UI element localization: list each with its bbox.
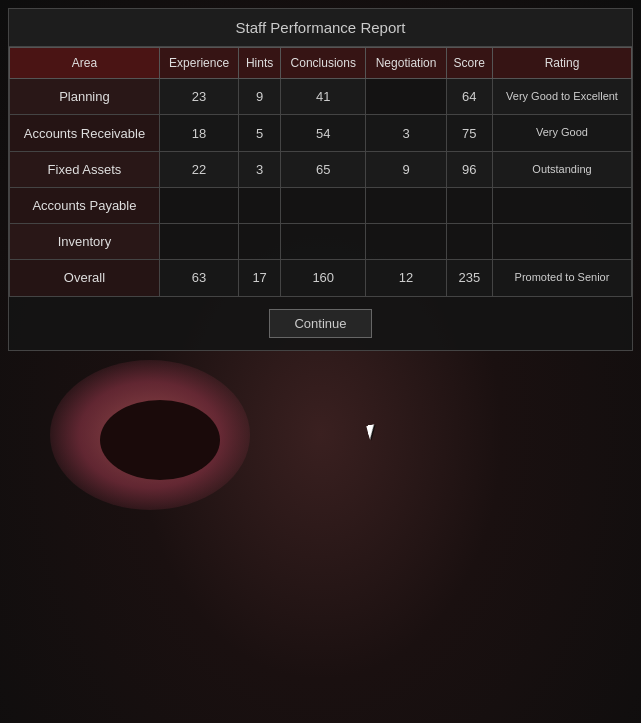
main-panel: Staff Performance Report Area Experience… <box>8 8 633 351</box>
row-rating: Outstanding <box>492 151 631 187</box>
col-header-hints: Hints <box>239 48 281 79</box>
col-header-area: Area <box>10 48 160 79</box>
row-experience <box>159 188 238 224</box>
col-header-rating: Rating <box>492 48 631 79</box>
col-header-negotiation: Negotiation <box>366 48 446 79</box>
row-experience: 18 <box>159 115 238 151</box>
row-hints: 17 <box>239 260 281 296</box>
row-experience: 23 <box>159 79 238 115</box>
row-negotiation <box>366 188 446 224</box>
table-row: Planning 23 9 41 64 Very Good to Excelle… <box>10 79 632 115</box>
row-experience: 22 <box>159 151 238 187</box>
row-area: Overall <box>10 260 160 296</box>
row-score: 75 <box>446 115 492 151</box>
table-row: Accounts Payable <box>10 188 632 224</box>
row-hints: 9 <box>239 79 281 115</box>
row-score: 96 <box>446 151 492 187</box>
row-conclusions: 54 <box>281 115 366 151</box>
row-experience <box>159 224 238 260</box>
row-negotiation: 3 <box>366 115 446 151</box>
row-negotiation: 9 <box>366 151 446 187</box>
row-experience: 63 <box>159 260 238 296</box>
performance-table: Area Experience Hints Conclusions Negoti… <box>9 47 632 297</box>
row-rating: Promoted to Senior <box>492 260 631 296</box>
table-row: Fixed Assets 22 3 65 9 96 Outstanding <box>10 151 632 187</box>
row-negotiation <box>366 79 446 115</box>
row-negotiation: 12 <box>366 260 446 296</box>
bg-blob2 <box>100 400 220 480</box>
row-conclusions: 41 <box>281 79 366 115</box>
row-rating <box>492 188 631 224</box>
table-row: Inventory <box>10 224 632 260</box>
row-rating: Very Good <box>492 115 631 151</box>
row-score: 64 <box>446 79 492 115</box>
continue-button[interactable]: Continue <box>269 309 371 338</box>
col-header-experience: Experience <box>159 48 238 79</box>
table-row: Overall 63 17 160 12 235 Promoted to Sen… <box>10 260 632 296</box>
row-area: Accounts Receivable <box>10 115 160 151</box>
row-hints: 5 <box>239 115 281 151</box>
row-conclusions <box>281 188 366 224</box>
col-header-score: Score <box>446 48 492 79</box>
row-score <box>446 188 492 224</box>
panel-title: Staff Performance Report <box>9 9 632 47</box>
row-area: Inventory <box>10 224 160 260</box>
row-hints: 3 <box>239 151 281 187</box>
row-conclusions: 65 <box>281 151 366 187</box>
col-header-conclusions: Conclusions <box>281 48 366 79</box>
row-conclusions: 160 <box>281 260 366 296</box>
row-score <box>446 224 492 260</box>
row-hints <box>239 188 281 224</box>
row-conclusions <box>281 224 366 260</box>
row-area: Fixed Assets <box>10 151 160 187</box>
row-area: Planning <box>10 79 160 115</box>
row-rating <box>492 224 631 260</box>
row-rating: Very Good to Excellent <box>492 79 631 115</box>
row-negotiation <box>366 224 446 260</box>
row-score: 235 <box>446 260 492 296</box>
row-hints <box>239 224 281 260</box>
table-row: Accounts Receivable 18 5 54 3 75 Very Go… <box>10 115 632 151</box>
row-area: Accounts Payable <box>10 188 160 224</box>
